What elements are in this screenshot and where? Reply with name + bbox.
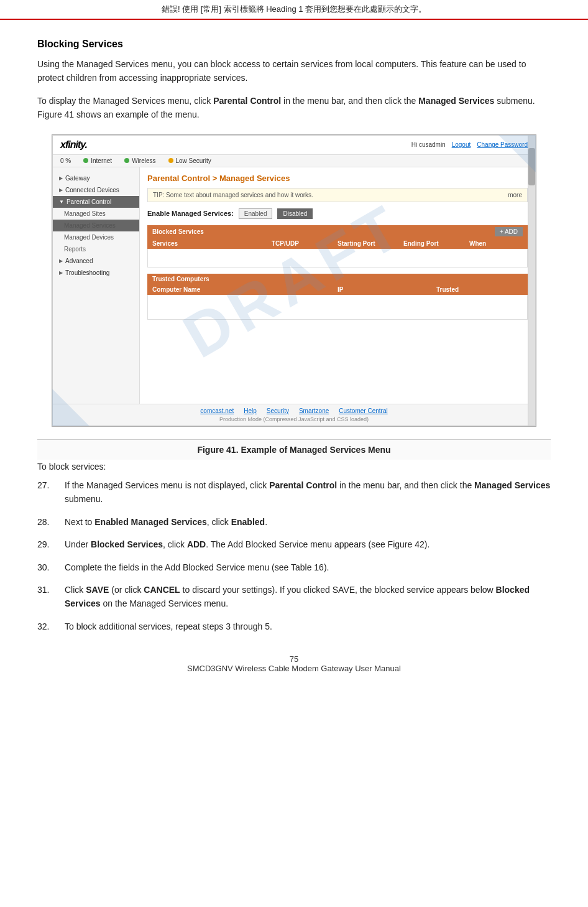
footer-link-comcast[interactable]: comcast.net <box>200 407 234 414</box>
list-27-bold1: Parental Control <box>269 480 337 490</box>
page-number: 75 <box>37 654 551 664</box>
connected-devices-arrow: ▶ <box>59 187 63 193</box>
footer-link-help[interactable]: Help <box>244 407 257 414</box>
list-body-29: Under Blocked Services, click ADD. The A… <box>65 537 551 551</box>
figure-container: DRAFT xfinity. Hi cusadmin Logout Change… <box>37 134 551 460</box>
list-body-28: Next to Enabled Managed Services, click … <box>65 515 551 529</box>
router-sidebar: ▶ Gateway ▶ Connected Devices ▼ Parental… <box>53 167 140 404</box>
change-password-link[interactable]: Change Password <box>477 141 528 148</box>
blocked-services-table-body <box>147 249 528 267</box>
status-internet: Internet <box>83 157 112 164</box>
footer-links: comcast.net Help Security Smartzone Cust… <box>60 407 528 414</box>
doc-title: SMCD3GNV Wireless Cable Modem Gateway Us… <box>37 664 551 673</box>
router-main: ▶ Gateway ▶ Connected Devices ▼ Parental… <box>53 167 535 404</box>
status-bar: 0 % Internet Wireless Low Security <box>53 155 535 167</box>
router-screenshot: DRAFT xfinity. Hi cusadmin Logout Change… <box>52 134 536 427</box>
disabled-button[interactable]: Disabled <box>277 208 313 219</box>
intro-para2: To display the Managed Services menu, cl… <box>37 94 551 122</box>
list-31-bold1: SAVE <box>86 585 109 595</box>
sidebar-item-managed-sites[interactable]: Managed Sites <box>53 208 139 220</box>
page-footer: 75 SMCD3GNV Wireless Cable Modem Gateway… <box>37 642 551 679</box>
sidebar-managed-devices-label: Managed Devices <box>64 234 114 241</box>
list-body-27: If the Managed Services menu is not disp… <box>65 478 551 506</box>
topbar-right: Hi cusadmin Logout Change Password <box>411 141 528 148</box>
list-num-27: 27. <box>37 478 55 506</box>
list-27-bold2: Managed Services <box>474 480 550 490</box>
intro-para1: Using the Managed Services menu, you can… <box>37 57 551 85</box>
error-header: 錯誤! 使用 [常用] 索引標籤將 Heading 1 套用到您想要在此處顯示的… <box>0 0 588 20</box>
router-footer: comcast.net Help Security Smartzone Cust… <box>53 404 535 426</box>
wireless-dot <box>124 158 129 163</box>
parental-control-arrow: ▼ <box>59 199 64 205</box>
enabled-button[interactable]: Enabled <box>239 208 273 219</box>
status-wireless: Wireless <box>124 157 155 164</box>
trusted-computers-section: Trusted Computers Computer Name IP Trust… <box>147 274 528 320</box>
wireless-label: Wireless <box>132 157 155 164</box>
router-ui: xfinity. Hi cusadmin Logout Change Passw… <box>52 135 536 426</box>
logout-link[interactable]: Logout <box>452 141 471 148</box>
sidebar-item-parental-control[interactable]: ▼ Parental Control <box>53 196 139 208</box>
sidebar-parental-control-label: Parental Control <box>67 198 111 205</box>
sidebar-item-managed-services[interactable]: Managed Services <box>53 220 139 231</box>
list-29-bold2: ADD <box>187 539 206 549</box>
content-page-title: Parental Control > Managed Services <box>147 174 528 183</box>
sidebar-item-reports[interactable]: Reports <box>53 243 139 255</box>
scroll-indicator[interactable] <box>528 136 535 426</box>
sidebar-item-advanced[interactable]: ▶ Advanced <box>53 255 139 267</box>
list-item-29: 29. Under Blocked Services, click ADD. T… <box>37 537 551 551</box>
xfinity-logo: xfinity. <box>60 139 87 151</box>
add-blocked-service-button[interactable]: + ADD <box>495 227 523 236</box>
list-item-30: 30. Complete the fields in the Add Block… <box>37 560 551 574</box>
list-num-30: 30. <box>37 560 55 574</box>
status-security: Low Security <box>168 157 211 164</box>
sidebar-item-troubleshooting[interactable]: ▶ Troubleshooting <box>53 267 139 279</box>
tip-box: TIP: Some text about managed services an… <box>147 188 528 202</box>
intro-para2-prefix: To display the Managed Services menu, cl… <box>37 96 213 106</box>
sidebar-item-managed-devices[interactable]: Managed Devices <box>53 231 139 243</box>
sidebar-item-connected-devices[interactable]: ▶ Connected Devices <box>53 184 139 196</box>
sidebar-item-gateway[interactable]: ▶ Gateway <box>53 172 139 184</box>
footer-link-smartzone[interactable]: Smartzone <box>299 407 329 414</box>
list-item-27: 27. If the Managed Services menu is not … <box>37 478 551 506</box>
list-item-32: 32. To block additional services, repeat… <box>37 620 551 633</box>
list-31-bold3: Blocked Services <box>65 585 530 608</box>
trusted-computers-table-header: Computer Name IP Trusted <box>147 284 528 295</box>
percent-value: 0 % <box>60 157 71 164</box>
router-topbar: xfinity. Hi cusadmin Logout Change Passw… <box>53 136 535 155</box>
page-content: Blocking Services Using the Managed Serv… <box>0 20 588 704</box>
intro-bold2: Managed Services <box>418 96 494 106</box>
section-title: Blocking Services <box>37 39 551 50</box>
tip-text: TIP: Some text about managed services an… <box>153 192 313 198</box>
list-item-28: 28. Next to Enabled Managed Services, cl… <box>37 515 551 529</box>
gateway-arrow: ▶ <box>59 175 63 181</box>
blocked-services-bar: Blocked Services + ADD <box>147 225 528 238</box>
list-body-30: Complete the fields in the Add Blocked S… <box>65 560 551 574</box>
trusted-computers-table-body <box>147 295 528 320</box>
sidebar-managed-sites-label: Managed Sites <box>64 210 106 217</box>
col-trusted: Trusted <box>436 286 523 293</box>
scroll-thumb <box>528 148 535 185</box>
tip-more-link[interactable]: more <box>508 192 522 198</box>
figure-caption: Figure 41. Example of Managed Services M… <box>37 439 551 460</box>
col-when: When <box>469 240 523 247</box>
sidebar-managed-services-label: Managed Services <box>64 222 116 229</box>
list-31-bold2: CANCEL <box>144 585 180 595</box>
numbered-list: 27. If the Managed Services menu is not … <box>37 478 551 633</box>
list-29-bold1: Blocked Services <box>91 539 163 549</box>
list-item-31: 31. Click SAVE (or click CANCEL to disca… <box>37 583 551 611</box>
sidebar-advanced-label: Advanced <box>65 258 93 264</box>
internet-label: Internet <box>91 157 112 164</box>
security-dot <box>168 158 173 163</box>
footer-link-customer-central[interactable]: Customer Central <box>339 407 387 414</box>
list-num-32: 32. <box>37 620 55 633</box>
col-services: Services <box>152 240 259 247</box>
router-content: Parental Control > Managed Services TIP:… <box>140 167 535 404</box>
troubleshooting-arrow: ▶ <box>59 270 63 276</box>
intro-para2-mid: in the menu bar, and then click the <box>281 96 418 106</box>
list-28-bold1: Enabled Managed Services <box>94 517 207 527</box>
internet-dot <box>83 158 88 163</box>
col-ip: IP <box>338 286 424 293</box>
list-num-29: 29. <box>37 537 55 551</box>
intro-bold1: Parental Control <box>213 96 281 106</box>
footer-link-security[interactable]: Security <box>267 407 289 414</box>
